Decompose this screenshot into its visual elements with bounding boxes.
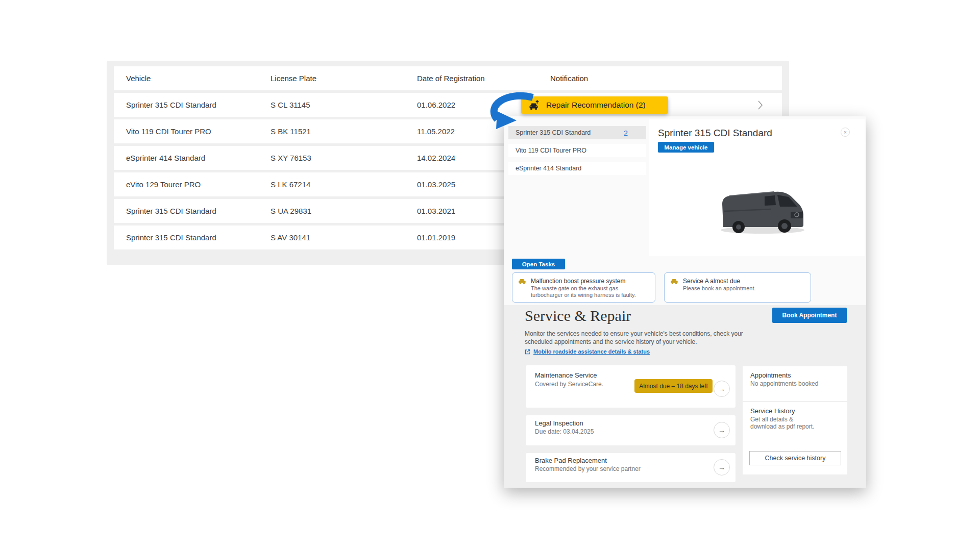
task-body: Please book an appointment. xyxy=(683,285,756,292)
check-service-history-button[interactable]: Check service history xyxy=(749,451,841,465)
vehicle-name: Sprinter 315 CDI Standard xyxy=(126,199,216,223)
manage-vehicle-button[interactable]: Manage vehicle xyxy=(658,142,714,153)
vehicle-detail-panel: Sprinter 315 CDI Standard 2 Vito 119 CDI… xyxy=(504,116,866,488)
service-item-title: Maintenance Service xyxy=(535,371,597,379)
page: Vehicle License Plate Date of Registrati… xyxy=(0,0,980,551)
registration-date: 11.05.2022 xyxy=(417,119,455,143)
registration-date: 01.03.2025 xyxy=(417,172,455,196)
column-header-notification: Notification xyxy=(550,66,588,90)
vehicle-name: eVito 129 Tourer PRO xyxy=(126,172,201,196)
registration-date: 14.02.2024 xyxy=(417,146,455,170)
close-icon: × xyxy=(844,130,847,135)
column-header-date: Date of Registration xyxy=(417,66,485,90)
external-link-icon xyxy=(525,349,530,355)
vehicle-name: Sprinter 315 CDI Standard xyxy=(126,226,216,249)
license-plate: S XY 76153 xyxy=(271,146,311,170)
service-item-brake-pads[interactable]: Brake Pad Replacement Recommended by you… xyxy=(526,453,736,482)
vehicle-list-label: Vito 119 CDI Tourer PRO xyxy=(516,147,586,154)
arrow-right-icon: → xyxy=(718,463,725,471)
vehicle-card-title: Sprinter 315 CDI Standard xyxy=(658,128,772,139)
arrow-right-icon: → xyxy=(718,385,725,393)
service-item-arrow-button[interactable]: → xyxy=(714,381,730,397)
book-appointment-button[interactable]: Book Appointment xyxy=(772,308,847,323)
section-title: Service & Repair xyxy=(525,307,631,324)
task-title: Service A almost due xyxy=(683,278,740,285)
service-history-title: Service History xyxy=(750,407,795,415)
row-chevron-button[interactable] xyxy=(753,93,768,117)
chevron-right-icon xyxy=(758,101,763,110)
registration-date: 01.06.2022 xyxy=(417,93,455,117)
license-plate: S CL 31145 xyxy=(271,93,310,117)
service-repair-section: Service & Repair Book Appointment Monito… xyxy=(504,305,866,488)
van-image xyxy=(714,180,811,236)
service-item-subtitle: Due date: 03.04.2025 xyxy=(535,428,594,435)
task-card-malfunction[interactable]: Malfunction boost pressure system The wa… xyxy=(512,272,655,303)
license-plate: S AV 30141 xyxy=(271,226,310,249)
vehicle-list-label: eSprinter 414 Standard xyxy=(516,165,581,172)
vehicle-name: Sprinter 315 CDI Standard xyxy=(126,93,216,117)
task-body: The waste gate on the exhaust gas turboc… xyxy=(531,285,636,298)
task-card-service-due[interactable]: Service A almost due Please book an appo… xyxy=(664,272,811,303)
open-tasks-button[interactable]: Open Tasks xyxy=(512,259,565,269)
appointments-history-card: Appointments No appointments booked Serv… xyxy=(743,366,847,474)
service-item-arrow-button[interactable]: → xyxy=(714,459,730,475)
vehicle-list-item-selected[interactable]: Sprinter 315 CDI Standard 2 xyxy=(508,126,646,139)
appointments-subtitle: No appointments booked xyxy=(750,380,818,387)
section-description: scheduled appointments and the service h… xyxy=(525,338,697,345)
task-title: Malfunction boost pressure system xyxy=(531,278,625,285)
almost-due-badge: Almost due – 18 days left xyxy=(634,379,713,393)
repair-badge-label: Repair Recommendation (2) xyxy=(546,101,646,110)
vehicle-list-item[interactable]: Vito 119 CDI Tourer PRO xyxy=(508,144,646,157)
vehicle-list-item[interactable]: eSprinter 414 Standard xyxy=(508,162,646,175)
vehicle-name: Vito 119 CDI Tourer PRO xyxy=(126,119,211,143)
car-warning-icon xyxy=(518,278,526,285)
close-button[interactable]: × xyxy=(841,128,850,137)
car-notification-icon xyxy=(529,100,541,110)
service-history-subtitle: Get all details & xyxy=(750,416,793,423)
service-item-subtitle: Recommended by your service partner xyxy=(535,465,641,472)
service-item-title: Brake Pad Replacement xyxy=(535,457,607,464)
service-history-subtitle: download as pdf report. xyxy=(750,423,814,430)
open-task-count-badge: 2 xyxy=(624,126,628,139)
vehicle-name: eSprinter 414 Standard xyxy=(126,146,205,170)
section-description: Monitor the services needed to ensure yo… xyxy=(525,330,743,337)
repair-recommendation-badge[interactable]: Repair Recommendation (2) xyxy=(521,96,668,114)
table-row[interactable]: Sprinter 315 CDI Standard S CL 31145 01.… xyxy=(114,93,782,117)
vehicle-card: Sprinter 315 CDI Standard × Manage vehic… xyxy=(649,119,865,256)
appointments-title: Appointments xyxy=(750,371,791,379)
service-item-legal-inspection[interactable]: Legal Inspection Due date: 03.04.2025 → xyxy=(526,415,736,445)
license-plate: S LK 67214 xyxy=(271,172,310,196)
table-header-row: Vehicle License Plate Date of Registrati… xyxy=(114,66,782,90)
divider xyxy=(743,401,847,402)
service-item-arrow-button[interactable]: → xyxy=(714,422,730,438)
license-plate: S UA 29831 xyxy=(271,199,311,223)
license-plate: S BK 11521 xyxy=(271,119,311,143)
vehicle-list-label: Sprinter 315 CDI Standard xyxy=(516,129,591,136)
service-item-subtitle: Covered by ServiceCare. xyxy=(535,381,603,388)
arrow-right-icon: → xyxy=(718,426,725,434)
service-item-title: Legal Inspection xyxy=(535,419,583,427)
column-header-license-plate: License Plate xyxy=(271,66,316,90)
column-header-vehicle: Vehicle xyxy=(126,66,151,90)
service-item-maintenance[interactable]: Maintenance Service Covered by ServiceCa… xyxy=(526,365,736,408)
registration-date: 01.03.2021 xyxy=(417,199,455,223)
mobilo-assistance-link[interactable]: Mobilo roadside assistance details & sta… xyxy=(525,348,650,355)
registration-date: 01.01.2019 xyxy=(417,226,455,249)
car-warning-icon xyxy=(670,278,678,285)
